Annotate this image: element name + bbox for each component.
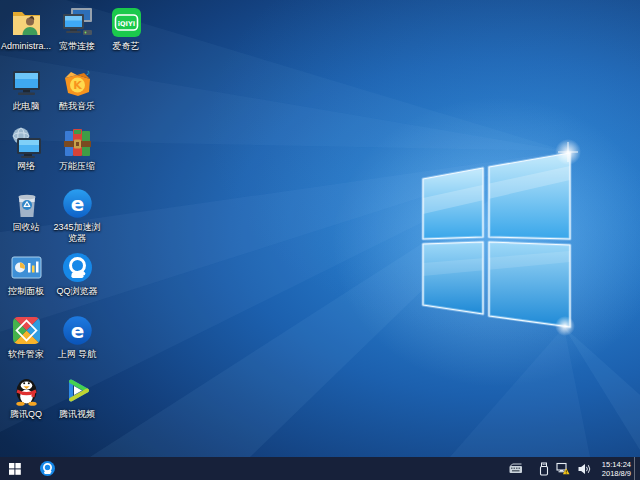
software-manager-icon	[10, 314, 43, 347]
desktop-icon-control-panel[interactable]: 控制面板	[0, 251, 52, 297]
desktop-icon-label: 网络	[0, 161, 52, 172]
tencent-qq-icon	[10, 374, 43, 407]
desktop-icon-label: 腾讯视频	[51, 409, 103, 420]
svg-text:e: e	[70, 319, 84, 343]
desktop-icon-tencent-video[interactable]: 腾讯视频	[51, 374, 103, 420]
desktop-icon-label: 爱奇艺	[100, 41, 152, 52]
network-status-button[interactable]	[555, 457, 571, 480]
tencent-video-icon	[61, 374, 94, 407]
desktop-icon-qq-browser[interactable]: QQ浏览器	[51, 251, 103, 297]
desktop-icon-iqiyi[interactable]: iQIYI 爱奇艺	[100, 6, 152, 52]
taskbar-qq-browser-button[interactable]	[34, 457, 60, 480]
svg-text:K: K	[73, 79, 82, 92]
recycle-bin-icon	[10, 187, 43, 220]
taskbar-clock[interactable]: 15:14:24 2018/8/9	[602, 460, 631, 478]
desktop-icon-label: 2345加速浏览器	[51, 222, 103, 244]
this-pc-icon	[10, 66, 43, 99]
clock-date: 2018/8/9	[602, 469, 631, 478]
usb-device-button[interactable]	[538, 457, 550, 480]
desktop-icon-label: 万能压缩	[51, 161, 103, 172]
volume-icon	[577, 463, 591, 475]
desktop-icon-broadband[interactable]: 宽带连接	[51, 6, 103, 52]
desktop-icon-label: 软件管家	[0, 349, 52, 360]
system-tray: 15:14:24 2018/8/9	[507, 457, 640, 480]
desktop-wallpaper: Administra... 此电脑 网络	[0, 0, 640, 457]
broadband-connection-icon	[61, 6, 94, 39]
volume-button[interactable]	[576, 457, 592, 480]
iqiyi-icon: iQIYI	[110, 6, 143, 39]
desktop-icon-user-folder[interactable]: Administra...	[0, 6, 52, 52]
svg-text:♪: ♪	[86, 68, 90, 77]
desktop-icon-wanneng-zip[interactable]: 万能压缩	[51, 126, 103, 172]
desktop-icon-network[interactable]: 网络	[0, 126, 52, 172]
qq-browser-icon	[61, 251, 94, 284]
network-icon	[10, 126, 43, 159]
desktop-icon-label: Administra...	[0, 41, 52, 52]
usb-icon	[539, 462, 549, 476]
clock-time: 15:14:24	[602, 460, 631, 469]
qq-browser-taskbar-icon	[39, 460, 56, 477]
taskbar: 15:14:24 2018/8/9	[0, 457, 640, 480]
kuwo-music-icon: ♪ K	[61, 66, 94, 99]
svg-text:iQIYI: iQIYI	[117, 20, 134, 28]
web-navigation-icon: e	[61, 314, 94, 347]
desktop-icon-browser-2345[interactable]: e 2345加速浏览器	[51, 187, 103, 244]
desktop-icon-label: 酷我音乐	[51, 101, 103, 112]
desktop-icon-label: QQ浏览器	[51, 286, 103, 297]
start-button[interactable]	[0, 457, 30, 480]
input-method-button[interactable]	[507, 457, 524, 480]
show-desktop-button[interactable]	[634, 457, 640, 480]
wanneng-zip-icon	[61, 126, 94, 159]
desktop-icon-recycle-bin[interactable]: 回收站	[0, 187, 52, 233]
desktop-icon-kuwo-music[interactable]: ♪ K 酷我音乐	[51, 66, 103, 112]
network-warning-icon	[556, 462, 570, 475]
desktop-icon-label: 控制面板	[0, 286, 52, 297]
desktop-icon-web-navigation[interactable]: e 上网 导航	[51, 314, 103, 360]
user-folder-icon	[10, 6, 43, 39]
browser-2345-icon: e	[61, 187, 94, 220]
control-panel-icon	[10, 251, 43, 284]
desktop-icon-this-pc[interactable]: 此电脑	[0, 66, 52, 112]
svg-text:e: e	[70, 192, 84, 216]
keyboard-icon	[508, 463, 523, 474]
desktop-icon-label: 回收站	[0, 222, 52, 233]
windows-start-icon	[9, 463, 21, 475]
desktop-icon-label: 宽带连接	[51, 41, 103, 52]
desktop-icon-label: 腾讯QQ	[0, 409, 52, 420]
desktop-icon-software-manager[interactable]: 软件管家	[0, 314, 52, 360]
desktop-icon-label: 上网 导航	[51, 349, 103, 360]
desktop-icon-label: 此电脑	[0, 101, 52, 112]
desktop-icon-tencent-qq[interactable]: 腾讯QQ	[0, 374, 52, 420]
